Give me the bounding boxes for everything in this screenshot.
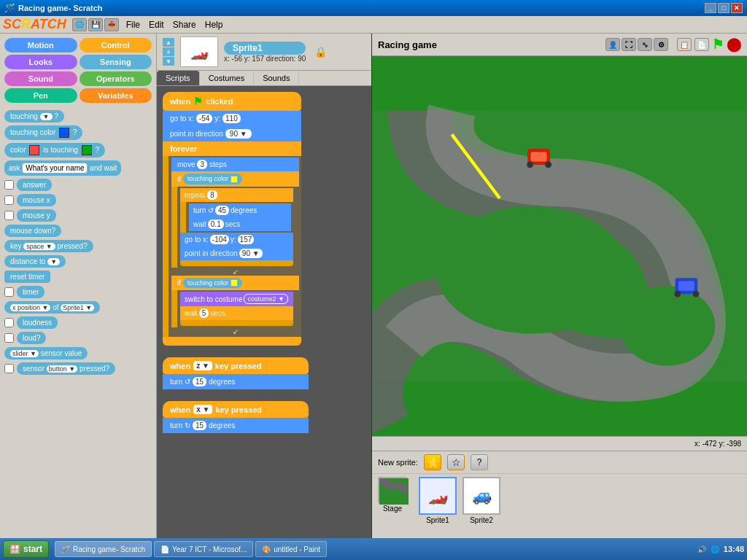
- add-sprite-paint-btn[interactable]: ⭐: [424, 454, 441, 470]
- paste-icon[interactable]: 📄: [694, 38, 709, 51]
- resize-icon[interactable]: ⤡: [638, 38, 652, 51]
- taskbar-word[interactable]: 📄 Year 7 ICT - Microsof...: [154, 541, 253, 557]
- block-timer[interactable]: timer: [17, 286, 44, 298]
- tab-scripts[interactable]: Scripts: [157, 71, 200, 85]
- category-operators[interactable]: Operators: [80, 71, 152, 86]
- block-xposition[interactable]: x position ▼ of Sprite1 ▼: [4, 301, 100, 314]
- category-pen[interactable]: Pen: [4, 88, 77, 103]
- hat-when-x-key[interactable]: when x ▼ key pressed: [163, 401, 309, 418]
- block-turn-cw-15[interactable]: turn ↻ 15 degrees: [163, 418, 309, 433]
- mousex-checkbox[interactable]: [4, 195, 14, 205]
- nav-up-btn[interactable]: ▲: [163, 38, 174, 47]
- sprite2-label: Sprite2: [470, 516, 493, 524]
- block-repeat[interactable]: repeat 8: [180, 188, 293, 202]
- sprite-name[interactable]: Sprite1: [224, 42, 306, 55]
- block-turn-ccw[interactable]: turn ↺ 45 degrees: [189, 203, 291, 217]
- nav-add-btn[interactable]: +: [163, 47, 174, 56]
- start-button[interactable]: 🪟 start: [3, 540, 49, 558]
- taskbar-scratch[interactable]: 🪄 Racing game- Scratch: [55, 541, 152, 557]
- if-end-cap-1: [180, 260, 293, 266]
- fullscreen-icon[interactable]: ⛶: [622, 38, 636, 51]
- tab-sounds[interactable]: Sounds: [254, 71, 299, 85]
- close-button[interactable]: ✕: [731, 3, 743, 13]
- loud-checkbox[interactable]: [4, 333, 14, 343]
- category-looks[interactable]: Looks: [4, 55, 77, 69]
- block-mousex[interactable]: mouse x: [17, 194, 56, 206]
- start-label: start: [23, 544, 42, 554]
- answer-checkbox[interactable]: [4, 180, 14, 190]
- category-control[interactable]: Control: [80, 38, 152, 52]
- mousey-checkbox[interactable]: [4, 211, 14, 220]
- taskbar-right: 🔊 🌐 13:48: [697, 545, 744, 553]
- taskbar-scratch-label: Racing game- Scratch: [73, 545, 145, 553]
- save-icon[interactable]: 💾: [88, 18, 103, 31]
- stage-canvas: [372, 56, 747, 436]
- sprite1-label: Sprite1: [426, 516, 449, 524]
- category-motion[interactable]: Motion: [4, 38, 77, 52]
- block-wait-01[interactable]: wait 0.1 secs: [189, 217, 291, 231]
- block-point-direction[interactable]: point in direction 90 ▼: [163, 126, 301, 141]
- block-loud[interactable]: loud?: [17, 332, 46, 344]
- add-sprite-star-btn[interactable]: ☆: [447, 454, 465, 470]
- menu-items: File Edit Share Help: [126, 20, 223, 30]
- sprite-item-1[interactable]: 🏎️ Sprite1: [419, 477, 457, 524]
- minimize-button[interactable]: _: [705, 3, 716, 13]
- ask-input[interactable]: [22, 163, 88, 174]
- block-touching-color[interactable]: touching color ?: [4, 125, 82, 140]
- tab-costumes[interactable]: Costumes: [200, 71, 255, 85]
- block-move-steps[interactable]: move 3 steps: [171, 158, 299, 171]
- forever-body: move 3 steps if touching color repeat 8: [163, 156, 301, 337]
- connector-arrow-2: ↙: [171, 327, 299, 335]
- block-resettimer[interactable]: reset timer: [4, 271, 50, 283]
- list-item: slider ▼ sensor value: [4, 347, 152, 359]
- block-keypressed[interactable]: key space ▼ pressed?: [4, 240, 93, 252]
- menu-share[interactable]: Share: [173, 20, 196, 30]
- block-mousedown[interactable]: mouse down?: [4, 225, 61, 237]
- block-color-touching[interactable]: color is touching ?: [4, 143, 105, 158]
- copy-icon[interactable]: 📋: [677, 38, 692, 51]
- share-icon[interactable]: 📤: [104, 18, 119, 31]
- block-goto-xy2[interactable]: go to x: -104 y: 157: [180, 233, 293, 246]
- block-distance[interactable]: distance to ▼: [4, 255, 66, 268]
- block-if-touch-blue[interactable]: if touching color: [171, 276, 299, 291]
- block-switch-costume[interactable]: switch to costume costume2 ▼: [180, 292, 293, 306]
- block-goto-xy[interactable]: go to x: -54 y: 110: [163, 111, 301, 126]
- hat-when-z-key[interactable]: when z ▼ key pressed: [163, 357, 309, 374]
- block-forever[interactable]: forever: [163, 141, 301, 156]
- menu-help[interactable]: Help: [205, 20, 223, 30]
- block-touching[interactable]: touching ▼ ?: [4, 110, 64, 122]
- hat-when-flag-clicked[interactable]: when ⚑ clicked: [163, 92, 301, 111]
- block-answer[interactable]: answer: [17, 179, 52, 191]
- person-icon[interactable]: 👤: [605, 38, 620, 51]
- maximize-button[interactable]: □: [718, 3, 729, 13]
- sprite-item-2[interactable]: 🚙 Sprite2: [462, 477, 500, 524]
- block-loudness[interactable]: loudness: [17, 316, 58, 329]
- block-point-dir2[interactable]: point in direction 90 ▼: [180, 246, 293, 260]
- stage-thumbnail[interactable]: Stage: [378, 477, 407, 524]
- block-wait-5[interactable]: wait 5 secs: [180, 306, 293, 320]
- settings-icon[interactable]: ⚙: [654, 38, 668, 51]
- block-slider-sensor[interactable]: slider ▼ sensor value: [4, 347, 88, 359]
- block-sensor-button[interactable]: sensor button ▼ pressed?: [17, 362, 115, 375]
- category-variables[interactable]: Variables: [80, 88, 152, 103]
- menu-edit[interactable]: Edit: [149, 20, 164, 30]
- add-sprite-help-btn[interactable]: ?: [471, 454, 488, 470]
- block-turn-ccw-15[interactable]: turn ↺ 15 degrees: [163, 374, 309, 389]
- globe-icon[interactable]: 🌐: [72, 18, 87, 31]
- taskbar-paint[interactable]: 🎨 untitled - Paint: [255, 541, 327, 557]
- block-mousey[interactable]: mouse y: [17, 209, 56, 222]
- nav-down-btn[interactable]: ▼: [163, 57, 174, 66]
- green-flag-button[interactable]: ⚑: [712, 36, 724, 52]
- sensor-btn-checkbox[interactable]: [4, 364, 14, 373]
- menu-file[interactable]: File: [126, 20, 140, 30]
- stage-label: Stage: [383, 505, 402, 513]
- category-sensing[interactable]: Sensing: [80, 55, 152, 69]
- category-sound[interactable]: Sound: [4, 71, 77, 86]
- loudness-checkbox[interactable]: [4, 318, 14, 327]
- stop-button[interactable]: ⬤: [727, 36, 741, 52]
- sprite-thumbnail: 🏎️: [180, 36, 218, 67]
- scripts-area[interactable]: when ⚑ clicked go to x: -54 y: 110 point…: [157, 86, 371, 538]
- block-ask[interactable]: ask and wait: [4, 160, 121, 176]
- block-if-touch-yellow[interactable]: if touching color: [171, 171, 299, 187]
- timer-checkbox[interactable]: [4, 287, 14, 297]
